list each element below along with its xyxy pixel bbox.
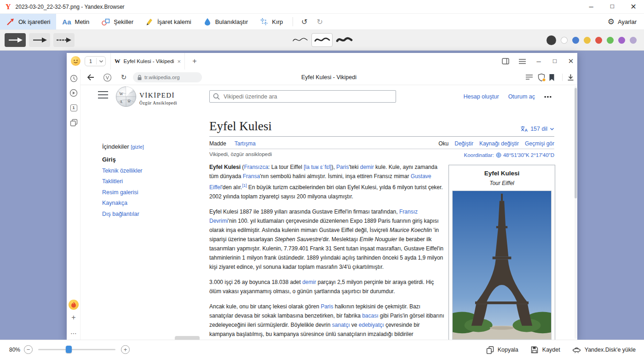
side-panel-icon[interactable] xyxy=(500,56,512,67)
editor-canvas[interactable]: 1 W Eyfel Kulesi - Vikipedi × + ─ ☐ ✕ xyxy=(0,51,644,340)
back-icon[interactable] xyxy=(85,72,96,83)
marker-tool-button[interactable]: İşaret kalemi xyxy=(139,14,197,29)
reference-link[interactable]: [1] xyxy=(242,183,247,188)
minimize-window-icon[interactable]: ─ xyxy=(581,0,602,13)
chevron-down-icon[interactable] xyxy=(97,60,105,63)
settings-button[interactable]: ⚙ Ayarlar xyxy=(600,14,644,29)
article-link[interactable]: demir xyxy=(302,279,316,285)
bookmark-flag-icon[interactable] xyxy=(546,72,557,83)
wiki-tab[interactable]: Tartışma xyxy=(235,140,256,147)
zoom-slider[interactable] xyxy=(38,349,115,350)
article-link[interactable]: sanatçı xyxy=(332,322,350,328)
wikipedia-globe-logo[interactable]: W Ω A xyxy=(115,85,137,107)
browser-close-icon[interactable]: ✕ xyxy=(565,56,577,67)
wiki-tab[interactable]: Oku xyxy=(438,140,448,147)
line-thin-button[interactable] xyxy=(289,33,310,47)
browser-menu-smiley-icon[interactable] xyxy=(71,56,80,66)
zoom-in-button[interactable]: + xyxy=(121,345,130,354)
thick-wave-icon xyxy=(335,35,353,46)
wiki-search-input[interactable] xyxy=(209,90,396,103)
text-tool-button[interactable]: Aa Metin xyxy=(56,14,95,29)
tabs-divider xyxy=(209,149,554,149)
copy-button[interactable]: Kopyala xyxy=(486,346,518,354)
wikipedia-wordmark[interactable]: VİKİPEDİ Özgür Ansiklopedi xyxy=(139,92,177,105)
article-link[interactable]: demir xyxy=(360,164,374,170)
redo-button[interactable]: ↻ xyxy=(312,14,327,29)
refresh-icon[interactable]: ↻ xyxy=(118,72,129,83)
toc-item[interactable]: Resim galerisi xyxy=(102,189,190,196)
toc-item[interactable]: Taklitleri xyxy=(102,178,190,185)
sidebar-more-icon[interactable]: ⋯ xyxy=(67,327,80,339)
line-medium-button-selected[interactable] xyxy=(311,33,333,47)
article-link[interactable]: Fransa xyxy=(243,173,260,180)
toc-item[interactable]: Kaynakça xyxy=(102,200,190,206)
wiki-menu-icon[interactable] xyxy=(98,91,108,99)
color-swatch-4[interactable] xyxy=(595,37,602,44)
line-thick-button[interactable] xyxy=(334,33,355,47)
wiki-tab[interactable]: Geçmişi gör xyxy=(525,140,554,147)
article-link[interactable]: Paris xyxy=(336,164,349,170)
close-tab-icon[interactable]: × xyxy=(177,58,181,65)
toc-item[interactable]: Dış bağlantılar xyxy=(102,211,190,217)
color-swatch-0[interactable] xyxy=(546,35,556,45)
zoom-slider-handle[interactable] xyxy=(66,346,72,353)
sign-in-link[interactable]: Oturum aç xyxy=(508,93,535,100)
color-swatch-2[interactable] xyxy=(572,37,579,44)
browser-minimize-icon[interactable]: ─ xyxy=(533,56,545,67)
shapes-tool-button[interactable]: Şekiller xyxy=(95,14,139,29)
more-options-icon[interactable] xyxy=(544,96,552,98)
article-link[interactable]: Fransızca xyxy=(244,164,268,170)
wiki-tab[interactable]: Kaynağı değiştir xyxy=(479,140,519,147)
collections-icon[interactable] xyxy=(67,116,80,128)
browser-tab-active[interactable]: W Eyfel Kulesi - Vikipedi × xyxy=(110,53,185,69)
toc-hide-link[interactable]: [gizle] xyxy=(131,144,144,150)
reader-mode-icon[interactable] xyxy=(523,72,535,83)
new-tab-button[interactable]: + xyxy=(189,56,200,67)
eiffel-tower-photo[interactable] xyxy=(452,191,552,340)
color-swatch-5[interactable] xyxy=(607,37,614,44)
history-clock-icon[interactable] xyxy=(67,72,80,84)
maximize-window-icon[interactable]: ☐ xyxy=(602,0,623,13)
article-link[interactable]: [la tuʁ ɛˈfɛl] xyxy=(304,164,331,170)
color-swatch-6[interactable] xyxy=(618,37,625,44)
wiki-tab[interactable]: Değiştir xyxy=(454,140,473,147)
toc-item[interactable]: Teknik özellikler xyxy=(102,168,190,174)
yandex-services-icon[interactable] xyxy=(102,72,113,83)
blur-tool-button[interactable]: Bulanıklaştır xyxy=(197,14,254,29)
color-swatch-3[interactable] xyxy=(584,37,591,44)
color-swatch-1[interactable] xyxy=(561,37,568,44)
scrollbar-thumb[interactable] xyxy=(575,88,577,198)
sidebar-add-icon[interactable]: + xyxy=(67,312,80,324)
article-link[interactable]: bacası xyxy=(362,313,378,319)
browser-menu-icon[interactable] xyxy=(516,56,528,67)
language-selector[interactable]: A 157 dil xyxy=(520,126,554,132)
tab-counter-button[interactable]: 1 xyxy=(85,56,106,66)
create-account-link[interactable]: Hesap oluştur xyxy=(464,93,499,100)
upload-disk-button[interactable]: Yandex.Disk'e yükle xyxy=(572,346,636,354)
zen-feed-icon[interactable] xyxy=(67,299,80,311)
address-bar[interactable]: tr.wikipedia.org xyxy=(133,72,202,82)
article-link[interactable]: Paris xyxy=(321,303,333,310)
save-button[interactable]: Kaydet xyxy=(530,346,560,354)
arrow-style-thin[interactable] xyxy=(29,33,50,47)
url-text: tr.wikipedia.org xyxy=(144,75,180,80)
protect-shield-icon[interactable] xyxy=(536,72,547,83)
article-link[interactable]: edebiyatçı xyxy=(359,322,384,328)
page-scrollbar[interactable] xyxy=(575,86,577,339)
arrows-tool-button[interactable]: Ok işaretleri xyxy=(0,14,56,29)
toc-item[interactable]: Giriş xyxy=(102,156,190,163)
coordinates-value[interactable]: 48°51'30"K 2°17'40"D xyxy=(503,152,554,158)
color-swatch-7[interactable] xyxy=(630,37,637,44)
arrow-style-dotted[interactable] xyxy=(53,33,75,47)
zoom-out-button[interactable]: − xyxy=(24,345,33,354)
download-icon[interactable] xyxy=(565,72,576,83)
tab-list-icon[interactable]: 1 xyxy=(67,102,80,114)
coordinates-label[interactable]: Koordinatlar: xyxy=(464,152,494,158)
close-window-icon[interactable]: ✕ xyxy=(623,0,644,13)
crop-tool-button[interactable]: Kırp xyxy=(254,14,289,29)
video-play-icon[interactable] xyxy=(67,87,80,99)
wiki-tab[interactable]: Madde xyxy=(209,140,226,147)
arrow-style-solid-selected[interactable] xyxy=(5,33,26,47)
browser-maximize-icon[interactable]: ☐ xyxy=(549,56,561,67)
undo-button[interactable]: ↺ xyxy=(297,14,312,29)
